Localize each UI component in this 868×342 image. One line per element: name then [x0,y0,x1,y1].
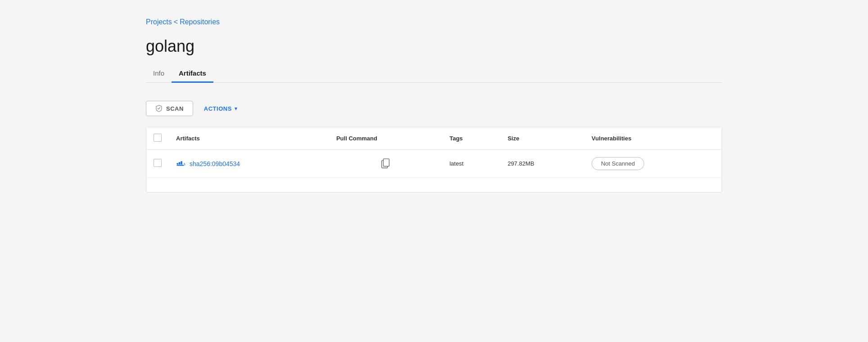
select-all-checkbox[interactable] [154,134,162,142]
svg-rect-0 [176,163,178,164]
tabs-container: Info Artifacts [146,65,722,83]
header-tags: Tags [442,127,500,150]
row-checkbox-cell [146,150,169,178]
header-vulnerabilities: Vulnerabilities [584,127,722,150]
scan-button-label: SCAN [166,105,184,112]
artifact-link[interactable]: sha256:09b04534 [176,160,322,168]
svg-rect-3 [176,165,184,166]
tab-info[interactable]: Info [146,65,172,83]
row-size-cell: 297.82MB [500,150,584,178]
copy-icon-container [336,158,435,169]
toolbar: SCAN ACTIONS ▾ [146,101,722,116]
page-title: golang [146,37,722,56]
chevron-down-icon: ▾ [235,106,238,112]
breadcrumb-separator: < [174,18,178,26]
scan-button[interactable]: SCAN [146,101,193,116]
svg-rect-5 [383,158,389,166]
empty-row-cell [146,178,722,193]
shield-scan-icon [155,105,163,112]
header-size: Size [500,127,584,150]
table-header-row: Artifacts Pull Command Tags Size Vulnera… [146,127,722,150]
row-pull-command-cell [329,150,443,178]
svg-rect-1 [179,162,181,164]
breadcrumb: Projects < Repositories [146,18,722,26]
docker-whale-icon [176,160,186,168]
actions-button[interactable]: ACTIONS ▾ [204,105,238,112]
row-vulnerabilities-cell: Not Scanned [584,150,722,178]
table-container: Artifacts Pull Command Tags Size Vulnera… [146,127,722,193]
row-artifact-cell: sha256:09b04534 [169,150,329,178]
row-tags-cell: latest [442,150,500,178]
table-row: sha256:09b04534 latest 297.82MB [146,150,722,178]
actions-button-label: ACTIONS [204,105,232,112]
breadcrumb-projects-link[interactable]: Projects [146,18,172,26]
artifacts-table: Artifacts Pull Command Tags Size Vulnera… [146,127,722,192]
breadcrumb-repositories-link[interactable]: Repositories [180,18,220,26]
header-pull-command: Pull Command [329,127,443,150]
empty-row [146,178,722,193]
tab-artifacts[interactable]: Artifacts [172,65,213,83]
copy-icon[interactable] [381,158,391,169]
header-artifacts: Artifacts [169,127,329,150]
row-checkbox[interactable] [154,159,162,167]
svg-rect-2 [181,161,182,164]
header-checkbox-cell [146,127,169,150]
not-scanned-badge[interactable]: Not Scanned [592,157,644,170]
page-container: Projects < Repositories golang Info Arti… [119,0,749,342]
artifact-id: sha256:09b04534 [190,160,240,167]
